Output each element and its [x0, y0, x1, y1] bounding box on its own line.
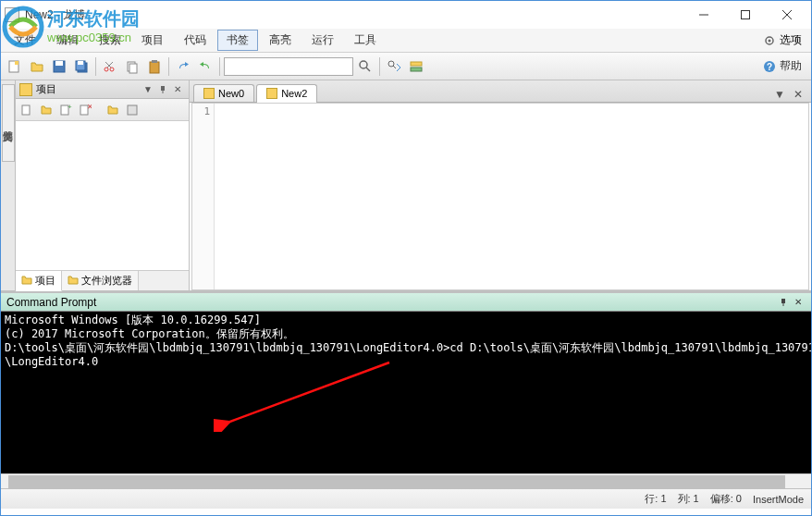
bottom-tab-browser-label: 文件浏览器 — [81, 274, 132, 288]
bottom-tab-project-label: 项目 — [35, 274, 55, 288]
project-bottom-tabs: 项目 文件浏览器 — [16, 270, 189, 290]
file-icon — [203, 88, 215, 99]
code-editor[interactable] — [215, 104, 808, 289]
main-toolbar: ? 帮助 — [1, 53, 811, 80]
svg-rect-38 — [781, 299, 785, 303]
svg-text:?: ? — [767, 62, 772, 72]
editor-tab-new2[interactable]: New2 — [256, 84, 317, 103]
project-panel-toolbar: + ✕ — [16, 99, 189, 121]
svg-point-22 — [360, 61, 367, 68]
editor-tab-close[interactable]: ✕ — [791, 87, 806, 102]
svg-rect-27 — [411, 68, 422, 71]
folder-icon — [19, 83, 32, 96]
project-new-button[interactable] — [18, 101, 36, 119]
menu-bar: 文件 编辑 搜索 项目 代码 书签 高亮 运行 工具 选项 — [1, 29, 811, 53]
project-settings-button[interactable] — [123, 101, 141, 119]
menu-highlight[interactable]: 高亮 — [260, 30, 301, 51]
toolbar-cut-button[interactable] — [100, 56, 120, 77]
menu-file[interactable]: 文件 — [5, 30, 45, 51]
toolbar-save-button[interactable] — [49, 56, 69, 77]
toolbar-undo-button[interactable] — [173, 56, 193, 77]
output-pin-button[interactable] — [776, 295, 791, 310]
toolbar-search-input[interactable] — [224, 57, 353, 76]
editor-tab-dropdown[interactable]: ▼ — [772, 87, 787, 102]
svg-rect-8 — [15, 61, 18, 65]
status-mode: InsertMode — [753, 494, 804, 505]
svg-rect-19 — [129, 64, 137, 73]
project-add-button[interactable]: + — [56, 101, 75, 119]
menu-tools[interactable]: 工具 — [345, 30, 386, 51]
menu-search[interactable]: 搜索 — [90, 30, 130, 51]
toolbar-saveall-button[interactable] — [71, 56, 92, 77]
svg-rect-2 — [741, 11, 749, 19]
toolbar-replace-button[interactable] — [406, 56, 426, 77]
minimize-button[interactable] — [683, 2, 724, 28]
menu-options[interactable]: 选项 — [757, 31, 807, 50]
maximize-button[interactable] — [724, 2, 766, 28]
project-panel-label: 项目 — [36, 82, 141, 96]
project-tree[interactable] — [16, 121, 189, 270]
folder-icon — [21, 275, 32, 288]
svg-point-14 — [105, 68, 108, 71]
project-panel-title: 项目 ▼ ✕ — [16, 80, 189, 99]
line-number: 1 — [192, 105, 210, 117]
editor-tab-label: New0 — [218, 88, 244, 99]
terminal-line: Microsoft Windows [版本 10.0.16299.547] — [5, 313, 807, 327]
status-offset: 偏移: 0 — [710, 492, 742, 506]
folder-icon — [68, 275, 79, 288]
status-bar: 行: 1 列: 1 偏移: 0 InsertMode — [1, 488, 811, 509]
toolbar-paste-button[interactable] — [144, 56, 165, 77]
terminal-scrollbar[interactable] — [1, 473, 811, 488]
main-area: 文件浏览器 项目 ▼ ✕ + ✕ 项目 — [1, 80, 811, 290]
close-button[interactable] — [766, 2, 807, 28]
pin-icon — [158, 85, 167, 94]
svg-rect-10 — [55, 61, 63, 66]
toolbar-findnext-button[interactable] — [384, 56, 404, 77]
menu-edit[interactable]: 编辑 — [47, 30, 88, 51]
menu-run[interactable]: 运行 — [302, 30, 343, 51]
svg-text:+: + — [68, 104, 72, 111]
toolbar-copy-button[interactable] — [122, 56, 142, 77]
toolbar-help-button[interactable]: ? 帮助 — [757, 56, 807, 76]
editor-tab-new0[interactable]: New0 — [193, 84, 254, 102]
svg-rect-30 — [161, 86, 165, 91]
terminal-output[interactable]: Microsoft Windows [版本 10.0.16299.547] (c… — [1, 312, 811, 473]
toolbar-new-button[interactable] — [5, 56, 25, 77]
line-gutter: 1 — [192, 104, 215, 289]
editor-tab-label: New2 — [281, 88, 307, 99]
status-col: 列: 1 — [678, 492, 699, 506]
output-panel-title: Command Prompt ✕ — [1, 293, 811, 312]
svg-line-23 — [366, 68, 370, 71]
svg-rect-20 — [150, 62, 159, 73]
menu-project[interactable]: 项目 — [132, 30, 173, 51]
svg-rect-21 — [152, 60, 157, 63]
svg-rect-26 — [411, 62, 422, 66]
annotation-arrow — [214, 358, 399, 432]
output-panel: Command Prompt ✕ Microsoft Windows [版本 1… — [1, 290, 811, 488]
title-bar: New2 - 龙博 — [1, 1, 811, 29]
toolbar-search-button[interactable] — [355, 56, 375, 77]
panel-dropdown-button[interactable]: ▼ — [141, 82, 155, 97]
svg-rect-37 — [128, 105, 137, 115]
toolbar-redo-button[interactable] — [195, 56, 215, 77]
panel-pin-button[interactable] — [155, 82, 170, 97]
terminal-line: (c) 2017 Microsoft Corporation。保留所有权利。 — [5, 327, 807, 341]
vertical-tab-browser[interactable]: 文件浏览器 — [2, 84, 15, 162]
status-row: 行: 1 — [645, 492, 666, 506]
scrollbar-thumb[interactable] — [8, 475, 785, 488]
menu-code[interactable]: 代码 — [175, 30, 215, 51]
panel-close-button[interactable]: ✕ — [170, 82, 185, 97]
bottom-tab-browser[interactable]: 文件浏览器 — [62, 271, 139, 290]
file-icon — [266, 88, 277, 99]
menu-options-label: 选项 — [780, 32, 802, 48]
project-open-button[interactable] — [37, 101, 55, 119]
output-close-button[interactable]: ✕ — [791, 295, 806, 310]
toolbar-open-button[interactable] — [27, 56, 47, 77]
bottom-tab-project[interactable]: 项目 — [16, 271, 62, 291]
svg-line-25 — [393, 66, 396, 68]
project-folder-button[interactable] — [104, 101, 122, 119]
project-remove-button[interactable]: ✕ — [76, 101, 94, 119]
svg-point-6 — [769, 39, 771, 42]
menu-bookmarks[interactable]: 书签 — [217, 30, 258, 51]
search-icon — [358, 59, 373, 74]
